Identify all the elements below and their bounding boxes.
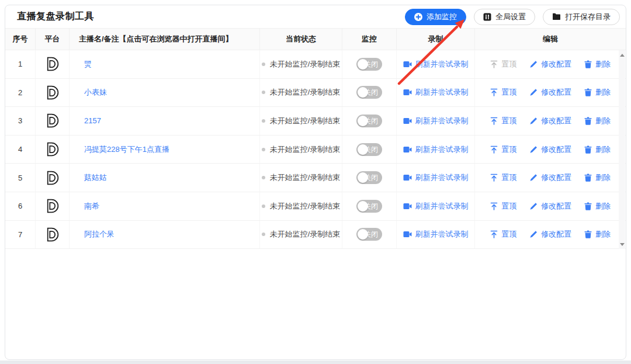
record-refresh-action[interactable]: 刷新并尝试录制	[403, 59, 469, 70]
delete-action[interactable]: 删除	[584, 116, 611, 126]
pin-top-action[interactable]: 置顶	[490, 172, 516, 183]
platform-cell	[36, 79, 70, 107]
triangle-down-icon	[620, 243, 625, 246]
status-dot-icon	[262, 233, 265, 236]
video-camera-icon	[403, 203, 412, 210]
record-cell: 刷新并尝试录制	[397, 50, 475, 78]
streamer-name-link[interactable]: 菇姑姑	[84, 172, 107, 183]
scroll-up-button[interactable]	[619, 51, 625, 58]
table-row: 7 阿拉个呆 未开始监控/录制结束 关闭	[5, 221, 626, 249]
monitor-toggle[interactable]: 关闭	[356, 200, 382, 213]
pin-top-action[interactable]: 置顶	[490, 116, 516, 126]
pin-top-action[interactable]: 置顶	[490, 201, 516, 212]
status-text: 未开始监控/录制结束	[270, 144, 341, 155]
edit-config-label: 修改配置	[541, 87, 571, 98]
delete-label: 删除	[595, 116, 611, 126]
status-dot-icon	[262, 119, 265, 123]
header-name: 主播名/备注【点击可在浏览器中打开直播间】	[70, 29, 260, 50]
pin-top-label: 置顶	[501, 59, 516, 70]
streamer-name-link[interactable]: 冯提莫228号下午1点直播	[84, 144, 169, 155]
record-cell: 刷新并尝试录制	[397, 192, 475, 220]
pin-top-action[interactable]: 置顶	[490, 144, 516, 155]
platform-cell	[36, 107, 70, 135]
record-refresh-action[interactable]: 刷新并尝试录制	[403, 201, 469, 212]
status-cell: 未开始监控/录制结束	[260, 164, 342, 192]
delete-action[interactable]: 删除	[584, 201, 611, 212]
edit-config-action[interactable]: 修改配置	[529, 87, 571, 98]
header-monitor: 监控	[342, 29, 397, 50]
status-text: 未开始监控/录制结束	[270, 87, 341, 98]
delete-action[interactable]: 删除	[584, 59, 611, 70]
add-monitor-button[interactable]: 添加监控	[405, 9, 466, 25]
toggle-label: 关闭	[364, 115, 378, 127]
delete-label: 删除	[595, 144, 611, 155]
header-record: 录制	[397, 29, 475, 50]
streamer-name-cell: 煛	[70, 50, 260, 78]
toggle-label: 关闭	[364, 228, 378, 241]
scroll-down-button[interactable]	[619, 241, 625, 248]
edit-config-action[interactable]: 修改配置	[529, 144, 571, 155]
monitor-cell: 关闭	[342, 136, 397, 164]
status-cell: 未开始监控/录制结束	[260, 192, 342, 220]
record-refresh-action[interactable]: 刷新并尝试录制	[403, 144, 469, 155]
delete-action[interactable]: 删除	[584, 229, 611, 240]
streamer-name-link[interactable]: 小表妹	[84, 87, 107, 98]
edit-config-action[interactable]: 修改配置	[529, 172, 571, 183]
streamer-name-link[interactable]: 阿拉个呆	[84, 229, 115, 240]
douyin-platform-icon	[45, 198, 60, 214]
edit-actions: 置顶 修改配置 删除	[490, 229, 611, 240]
monitor-toggle[interactable]: 关闭	[356, 86, 382, 99]
edit-config-action[interactable]: 修改配置	[529, 59, 571, 70]
to-top-icon	[490, 88, 498, 96]
streamer-name-cell: 冯提莫228号下午1点直播	[70, 136, 260, 164]
status-cell: 未开始监控/录制结束	[260, 221, 342, 249]
monitor-toggle[interactable]: 关闭	[356, 115, 382, 127]
delete-action[interactable]: 删除	[584, 172, 611, 183]
record-refresh-action[interactable]: 刷新并尝试录制	[403, 172, 469, 183]
monitor-cell: 关闭	[342, 79, 397, 107]
record-refresh-action[interactable]: 刷新并尝试录制	[403, 229, 469, 240]
status-cell: 未开始监控/录制结束	[260, 50, 342, 78]
streamer-name-cell: 2157	[70, 107, 260, 135]
delete-action[interactable]: 删除	[584, 87, 611, 98]
monitor-cell: 关闭	[342, 50, 397, 78]
status-dot-icon	[262, 91, 265, 94]
trash-icon	[584, 60, 592, 68]
edit-config-label: 修改配置	[541, 201, 571, 212]
pin-top-action[interactable]: 置顶	[490, 229, 516, 240]
monitor-toggle[interactable]: 关闭	[356, 143, 382, 156]
streamer-name-link[interactable]: 煛	[84, 59, 92, 70]
edit-cell: 置顶 修改配置 删除	[475, 79, 626, 107]
monitor-toggle[interactable]: 关闭	[356, 228, 382, 241]
monitor-toggle[interactable]: 关闭	[356, 171, 382, 184]
streamer-name-link[interactable]: 2157	[84, 116, 101, 125]
monitor-cell: 关闭	[342, 107, 397, 135]
edit-config-action[interactable]: 修改配置	[529, 201, 571, 212]
record-refresh-action[interactable]: 刷新并尝试录制	[403, 87, 469, 98]
record-refresh-action[interactable]: 刷新并尝试录制	[403, 116, 469, 126]
pin-top-action[interactable]: 置顶	[490, 59, 516, 70]
pencil-icon	[529, 88, 538, 96]
delete-action[interactable]: 删除	[584, 144, 611, 155]
table-header: 序号 平台 主播名/备注【点击可在浏览器中打开直播间】 当前状态 监控 录制 编…	[5, 28, 626, 50]
streamer-name-cell: 南希	[70, 192, 260, 220]
pin-top-label: 置顶	[501, 116, 516, 126]
monitor-toggle[interactable]: 关闭	[356, 58, 382, 71]
vertical-scrollbar[interactable]	[619, 50, 625, 249]
streamer-name-link[interactable]: 南希	[84, 201, 99, 212]
header-edit: 编辑	[475, 29, 626, 50]
to-top-icon	[490, 145, 498, 154]
open-save-dir-button[interactable]: 打开保存目录	[543, 9, 620, 25]
edit-config-action[interactable]: 修改配置	[529, 229, 571, 240]
toolbar: 添加监控 全局设置 打开保存目录	[405, 9, 620, 25]
table-row: 3 2157 未开始监控/录制结束 关闭	[5, 107, 626, 136]
toggle-label: 关闭	[364, 200, 378, 213]
header-status: 当前状态	[260, 29, 342, 50]
window-bottom-edge	[0, 360, 631, 364]
toggle-label: 关闭	[364, 58, 378, 71]
edit-config-action[interactable]: 修改配置	[529, 116, 571, 126]
top-bar: 直播复盘录制工具 添加监控 全局设置 打开保存目录	[5, 5, 626, 28]
row-number: 4	[5, 136, 36, 164]
pin-top-action[interactable]: 置顶	[490, 87, 516, 98]
global-settings-button[interactable]: 全局设置	[474, 9, 535, 25]
